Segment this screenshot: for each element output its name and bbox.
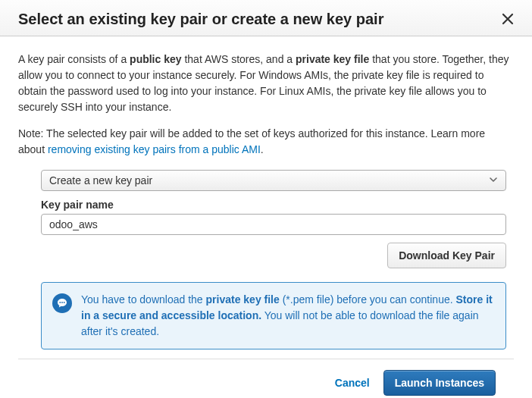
select-value: Create a new key pair <box>49 174 152 186</box>
svg-point-2 <box>64 302 65 303</box>
download-row: Download Key Pair <box>41 243 506 268</box>
alert-text: You have to download the private key fil… <box>81 292 495 340</box>
key-pair-name-input[interactable] <box>41 214 506 235</box>
launch-instances-button[interactable]: Launch Instances <box>383 370 496 396</box>
dialog-header: Select an existing key pair or create a … <box>0 0 532 36</box>
learn-more-link[interactable]: removing existing key pairs from a publi… <box>48 143 261 155</box>
svg-point-1 <box>61 302 63 303</box>
chevron-down-icon <box>489 174 498 186</box>
dialog-footer: Cancel Launch Instances <box>18 359 514 398</box>
svg-point-0 <box>59 302 61 303</box>
dialog-body: A key pair consists of a public key that… <box>0 36 532 359</box>
cancel-button[interactable]: Cancel <box>335 377 370 389</box>
form-area: Create a new key pair Key pair name Down… <box>18 170 514 349</box>
key-pair-select[interactable]: Create a new key pair <box>41 170 506 191</box>
key-pair-select-wrap: Create a new key pair <box>41 170 506 191</box>
info-alert: You have to download the private key fil… <box>41 282 506 349</box>
dialog-title: Select an existing key pair or create a … <box>18 11 383 28</box>
description-text: A key pair consists of a public key that… <box>18 52 514 115</box>
download-key-pair-button[interactable]: Download Key Pair <box>387 243 506 268</box>
chat-bubble-icon <box>52 293 72 313</box>
note-text: Note: The selected key pair will be adde… <box>18 126 514 158</box>
key-pair-name-label: Key pair name <box>41 199 506 211</box>
close-icon[interactable] <box>502 11 514 28</box>
key-pair-dialog: Select an existing key pair or create a … <box>0 0 532 398</box>
